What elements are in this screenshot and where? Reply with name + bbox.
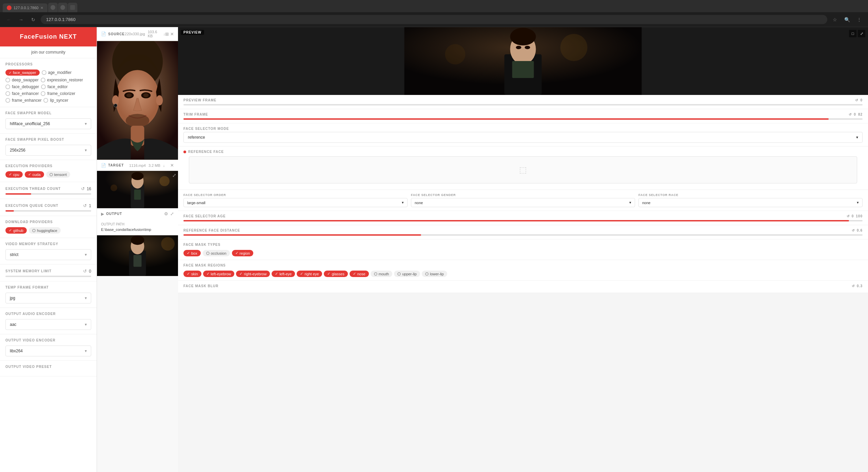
tab-extra-3[interactable] xyxy=(68,3,77,12)
processor-frame-colorizer[interactable]: frame_colorizer xyxy=(41,91,75,96)
thread-count-value: 16 xyxy=(87,186,91,191)
processor-label-expr: expression_restorer xyxy=(47,78,83,82)
tab-1[interactable]: 127.0.0.1:7860 ✕ xyxy=(3,3,47,12)
temp-frame-format-dropdown[interactable]: jpg ▾ xyxy=(5,293,91,303)
region-right-eye[interactable]: ✓ right eye xyxy=(297,271,322,277)
provider-cpu[interactable]: ✓ cpu xyxy=(5,171,23,178)
provider-huggingface[interactable]: huggingface xyxy=(29,227,61,234)
preview-ctrl-1[interactable]: □ xyxy=(849,30,856,37)
face-selector-mode-dropdown[interactable]: reference ▾ xyxy=(183,132,863,143)
reference-face-title: REFERENCE FACE xyxy=(188,150,224,154)
face-mask-types-group: ✓ box occlusion ✓ region xyxy=(183,250,863,256)
output-video-encoder-dropdown[interactable]: libx264 ▾ xyxy=(5,346,91,356)
blur-refresh-icon[interactable]: ↺ xyxy=(852,284,855,288)
processor-face-editor[interactable]: face_editor xyxy=(41,84,67,89)
pixel-boost-dropdown[interactable]: 256x256 ▾ xyxy=(5,145,91,156)
output-expand-icon[interactable]: ⤢ xyxy=(170,211,174,216)
tab-extra-2[interactable] xyxy=(58,3,67,12)
chevron-down-icon: ▾ xyxy=(85,121,87,126)
provider-github[interactable]: ✓ github xyxy=(5,227,27,234)
provider-tensorrt[interactable]: tensorrt xyxy=(46,171,70,178)
trim-frame-slider[interactable] xyxy=(183,118,863,120)
output-gear-icon[interactable]: ⚙ xyxy=(164,211,168,216)
target-download-icon[interactable]: ↓ xyxy=(163,163,165,168)
menu-button[interactable]: ⋮ xyxy=(854,15,864,24)
provider-label-cpu: cpu xyxy=(13,173,19,177)
face-selector-order-dropdown[interactable]: large-small ▾ xyxy=(183,198,408,207)
face-selector-race-title: FACE SELECTOR RACE xyxy=(638,193,863,197)
reference-face-label-left: REFERENCE FACE xyxy=(183,150,224,154)
target-expand-icon[interactable]: ⤢ xyxy=(172,173,176,178)
memory-refresh-icon[interactable]: ↺ xyxy=(83,269,87,274)
radio-circle-age xyxy=(42,70,46,75)
region-glasses-label: glasses xyxy=(332,272,344,276)
processor-lip-syncer[interactable]: lip_syncer xyxy=(43,98,68,103)
thread-count-slider-track[interactable] xyxy=(5,193,91,195)
region-nose-label: nose xyxy=(357,272,366,276)
bookmark-button[interactable]: ☆ xyxy=(830,15,840,24)
preview-frame-slider[interactable] xyxy=(183,104,863,105)
thread-count-slider-fill xyxy=(5,193,31,195)
queue-count-slider-track[interactable] xyxy=(5,210,91,212)
mask-type-box[interactable]: ✓ box xyxy=(183,250,201,256)
age-refresh-icon[interactable]: ↺ xyxy=(847,214,850,218)
region-skin[interactable]: ✓ skin xyxy=(183,271,201,277)
preview-svg xyxy=(178,27,868,95)
face-selector-gender-group: FACE SELECTOR GENDER none ▾ xyxy=(411,193,635,207)
processor-face-debugger[interactable]: face_debugger xyxy=(5,84,39,89)
face-swapper-model-dropdown[interactable]: hififace_unofficial_256 ▾ xyxy=(5,118,91,129)
reload-button[interactable]: ↻ xyxy=(28,15,38,24)
face-selector-race-dropdown[interactable]: none ▾ xyxy=(638,198,863,207)
preview-frame-refresh-icon[interactable]: ↺ xyxy=(855,98,858,102)
region-nose[interactable]: ✓ nose xyxy=(350,271,369,277)
processor-expression-restorer[interactable]: expression_restorer xyxy=(41,78,83,82)
video-memory-dropdown[interactable]: strict ▾ xyxy=(5,249,91,260)
mask-type-occlusion[interactable]: occlusion xyxy=(203,250,230,256)
source-close-icon[interactable]: ✕ xyxy=(170,32,174,37)
radio-circle-enhancer xyxy=(5,91,10,96)
processor-deep-swapper[interactable]: deep_swapper xyxy=(5,78,39,82)
zoom-button[interactable]: 🔍 xyxy=(842,15,852,24)
queue-count-refresh-icon[interactable]: ↺ xyxy=(83,203,87,208)
execution-thread-count-section: EXECUTION THREAD COUNT ↺ 16 xyxy=(0,182,97,199)
reference-face-box[interactable]: ⬚ xyxy=(189,156,857,183)
forward-button[interactable]: → xyxy=(16,15,26,24)
back-button[interactable]: ← xyxy=(4,15,14,24)
browser-toolbar: ← → ↻ ☆ 🔍 ⋮ xyxy=(0,12,868,27)
tab-close-1[interactable]: ✕ xyxy=(40,6,43,10)
trim-frame-refresh-icon[interactable]: ↺ xyxy=(849,113,852,116)
region-left-eyebrow[interactable]: ✓ left-eyebrow xyxy=(203,271,235,277)
region-mouth[interactable]: mouth xyxy=(371,271,393,277)
face-selector-gender-dropdown[interactable]: none ▾ xyxy=(411,198,635,207)
provider-cuda[interactable]: ✓ cuda xyxy=(25,171,44,178)
circle-icon-lower-lip xyxy=(425,272,429,276)
thread-count-refresh-icon[interactable]: ↺ xyxy=(81,186,85,191)
region-skin-label: skin xyxy=(191,272,198,276)
distance-slider[interactable] xyxy=(183,234,863,236)
age-slider[interactable] xyxy=(183,220,863,221)
processor-face-swapper[interactable]: ✓ face_swapper xyxy=(5,70,40,76)
region-glasses[interactable]: ✓ glasses xyxy=(324,271,348,277)
preview-ctrl-2[interactable]: ⤢ xyxy=(858,30,865,37)
region-right-eyebrow[interactable]: ✓ right-eyebrow xyxy=(236,271,270,277)
processor-face-enhancer[interactable]: face_enhancer xyxy=(5,91,39,96)
processor-chip-face-swapper[interactable]: ✓ face_swapper xyxy=(5,70,40,76)
check-icon-right-eye: ✓ xyxy=(300,272,303,276)
preview-frame-value: 0 xyxy=(860,98,863,102)
region-lower-lip[interactable]: lower-lip xyxy=(422,271,447,277)
mask-type-region[interactable]: ✓ region xyxy=(232,250,254,256)
address-bar[interactable] xyxy=(41,15,827,24)
distance-refresh-icon[interactable]: ↺ xyxy=(852,229,855,232)
processor-age-modifier[interactable]: age_modifier xyxy=(42,70,72,76)
source-grid-icon[interactable]: ⊞ xyxy=(165,32,169,37)
processor-frame-enhancer[interactable]: frame_enhancer xyxy=(5,98,41,103)
community-link[interactable]: join our community xyxy=(0,46,97,58)
memory-slider-track[interactable] xyxy=(5,276,91,277)
video-memory-title: VIDEO MEMORY STRATEGY xyxy=(5,242,91,246)
region-left-eye[interactable]: ✓ left-eye xyxy=(272,271,295,277)
target-close-icon[interactable]: ✕ xyxy=(170,163,174,168)
tab-extra[interactable] xyxy=(48,3,58,12)
svg-point-10 xyxy=(114,104,117,107)
region-upper-lip[interactable]: upper-lip xyxy=(394,271,420,277)
output-audio-encoder-dropdown[interactable]: aac ▾ xyxy=(5,319,91,330)
